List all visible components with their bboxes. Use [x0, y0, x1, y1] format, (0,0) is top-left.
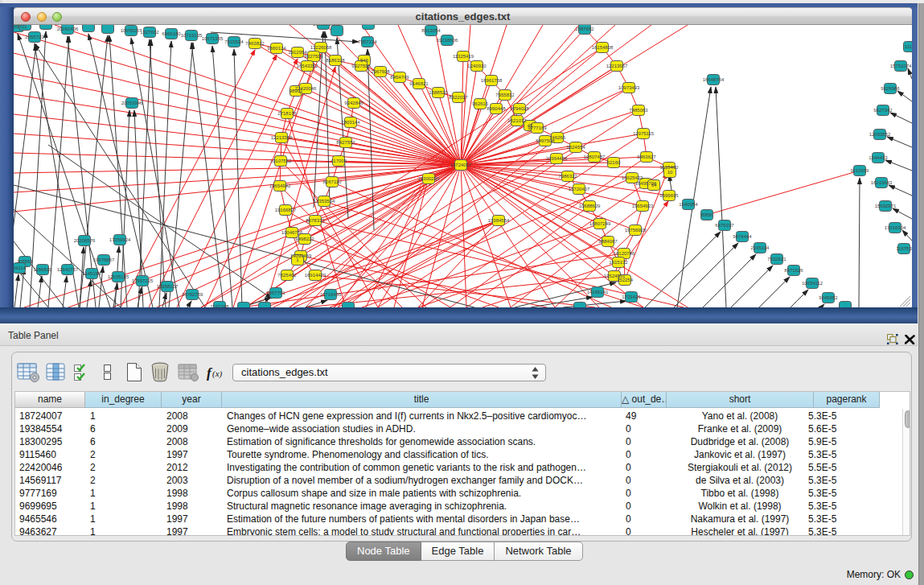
svg-text:10958107: 10958107 [157, 284, 179, 289]
svg-text:12505135: 12505135 [108, 274, 129, 279]
svg-text:2055721: 2055721 [14, 25, 27, 29]
svg-text:2718176: 2718176 [277, 111, 297, 116]
svg-text:15720407: 15720407 [569, 187, 590, 192]
svg-text:9227342: 9227342 [873, 108, 893, 113]
svg-text:19218506: 19218506 [437, 38, 458, 43]
svg-text:16154808: 16154808 [592, 45, 614, 50]
svg-text:19654942: 19654942 [269, 183, 291, 188]
svg-text:20053346: 20053346 [121, 101, 143, 105]
svg-text:9498222: 9498222 [295, 237, 314, 241]
svg-text:16782759: 16782759 [182, 292, 203, 297]
svg-text:12353594: 12353594 [314, 199, 335, 204]
svg-text:16961758: 16961758 [481, 78, 503, 83]
svg-text:7625402: 7625402 [277, 273, 297, 278]
svg-text:39114: 39114 [14, 266, 27, 270]
svg-text:7485063: 7485063 [629, 108, 648, 113]
svg-text:16210643: 16210643 [871, 180, 893, 185]
svg-text:8267110: 8267110 [323, 179, 343, 184]
svg-text:6466160: 6466160 [162, 31, 181, 36]
svg-text:10107552: 10107552 [270, 159, 292, 163]
svg-text:16033809: 16033809 [313, 25, 335, 27]
svg-text:12975115: 12975115 [633, 131, 655, 136]
svg-text:9113939: 9113939 [851, 168, 870, 173]
svg-text:10654112: 10654112 [802, 281, 823, 286]
svg-text:11325419: 11325419 [453, 54, 474, 59]
svg-text:7955812: 7955812 [495, 93, 515, 97]
svg-text:9245652: 9245652 [819, 295, 838, 300]
svg-text:12213369: 12213369 [271, 135, 293, 140]
svg-text:18807249: 18807249 [589, 221, 611, 226]
svg-text:8454749: 8454749 [390, 75, 409, 80]
svg-text:9884067: 9884067 [598, 239, 618, 244]
svg-text:14196141: 14196141 [587, 290, 609, 295]
svg-text:19384554: 19384554 [488, 218, 510, 223]
svg-text:15716485: 15716485 [320, 292, 342, 297]
svg-text:12093852: 12093852 [869, 132, 891, 137]
svg-text:7357224: 7357224 [358, 39, 377, 44]
svg-text:8322037: 8322037 [449, 95, 468, 100]
svg-text:8471626: 8471626 [784, 268, 803, 273]
svg-text:1640954: 1640954 [679, 202, 698, 207]
svg-text:20206576: 20206576 [74, 238, 96, 243]
svg-text:1733426: 1733426 [622, 295, 641, 299]
svg-text:17016504: 17016504 [885, 225, 906, 230]
svg-text:9463627: 9463627 [637, 154, 656, 159]
svg-text:20091406: 20091406 [57, 27, 79, 31]
svg-text:8427552: 8427552 [336, 140, 355, 145]
svg-text:(x): (x) [212, 369, 223, 379]
svg-text:9777169: 9777169 [528, 126, 547, 130]
svg-text:8990448: 8990448 [487, 106, 506, 111]
svg-text:2935114: 2935114 [751, 245, 770, 250]
svg-text:13226058: 13226058 [310, 45, 332, 50]
svg-text:8678332: 8678332 [306, 218, 325, 223]
svg-text:9146821: 9146821 [409, 81, 429, 86]
svg-text:12213967: 12213967 [606, 64, 628, 68]
svg-text:7515524: 7515524 [224, 39, 244, 44]
svg-text:14099469: 14099469 [290, 253, 312, 258]
svg-text:9242848: 9242848 [344, 101, 363, 105]
svg-text:1615132: 1615132 [609, 260, 628, 265]
svg-text:12942757: 12942757 [57, 267, 79, 272]
svg-text:16914479: 16914479 [305, 273, 326, 278]
svg-text:19166827: 19166827 [275, 208, 297, 212]
svg-text:9327506: 9327506 [304, 54, 323, 59]
svg-text:10655267: 10655267 [121, 28, 142, 33]
svg-text:10688609: 10688609 [579, 204, 601, 208]
svg-text:2803144: 2803144 [341, 120, 360, 125]
svg-text:205561: 205561 [17, 259, 34, 264]
svg-text:17957225: 17957225 [132, 278, 154, 283]
svg-text:22420046: 22420046 [295, 86, 317, 91]
svg-text:10025433: 10025433 [622, 175, 643, 180]
svg-text:10: 10 [667, 170, 673, 175]
svg-text:62160: 62160 [607, 160, 621, 165]
svg-text:19654923: 19654923 [632, 204, 654, 208]
svg-text:16120746: 16120746 [614, 251, 635, 256]
svg-text:1240910: 1240910 [467, 64, 487, 68]
svg-text:1588520: 1588520 [429, 90, 448, 95]
svg-text:10973493: 10973493 [618, 85, 640, 90]
svg-text:17359924: 17359924 [109, 237, 131, 242]
svg-text:9660124: 9660124 [267, 46, 286, 51]
svg-text:19975867: 19975867 [93, 257, 115, 262]
svg-text:16648764: 16648764 [703, 77, 725, 82]
svg-text:8958: 8958 [701, 212, 713, 217]
svg-text:8186328: 8186328 [326, 58, 345, 63]
svg-text:20364436: 20364436 [546, 156, 568, 161]
svg-text:1156819: 1156819 [34, 267, 53, 272]
svg-text:10046756: 10046756 [281, 230, 303, 235]
svg-text:8813054: 8813054 [421, 28, 441, 33]
svg-text:546: 546 [360, 58, 369, 63]
svg-text:18300295: 18300295 [418, 176, 440, 181]
svg-text:9327508: 9327508 [351, 64, 371, 68]
svg-text:6794028: 6794028 [510, 106, 529, 111]
svg-text:15692971: 15692971 [875, 204, 897, 208]
svg-text:3624554: 3624554 [566, 145, 585, 150]
svg-text:2967608: 2967608 [371, 69, 390, 74]
svg-text:6497508: 6497508 [536, 138, 555, 143]
svg-text:2087682: 2087682 [575, 27, 594, 31]
svg-text:10807487: 10807487 [584, 154, 606, 159]
svg-text:417004: 417004 [331, 159, 347, 163]
svg-text:9474444: 9474444 [733, 234, 752, 239]
svg-text:1527602: 1527602 [140, 30, 159, 35]
svg-text:16543352: 16543352 [297, 64, 318, 68]
